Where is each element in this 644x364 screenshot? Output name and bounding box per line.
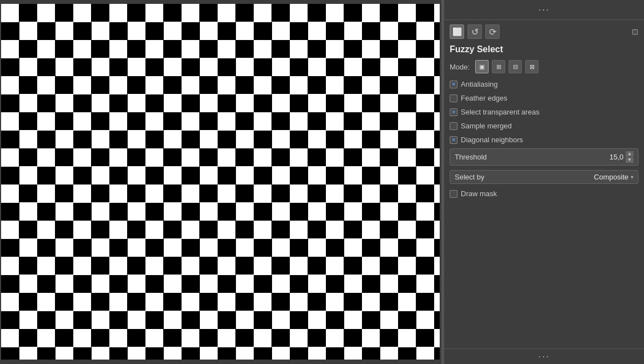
expand-icon[interactable]: ⊡	[632, 27, 638, 36]
tool-options-content: ⬜ ↺ ⟳ ⊡ Fuzzy Select Mode: ▣ ⊞ ⊟ ⊠ Antia…	[444, 20, 644, 348]
tool-options-panel: ··· ⬜ ↺ ⟳ ⊡ Fuzzy Select Mode: ▣ ⊞ ⊟ ⊠ A…	[444, 0, 644, 364]
tool-icon-select-fuzzy[interactable]: ↺	[467, 24, 482, 39]
bottom-toolbar: ···	[444, 348, 644, 364]
top-toolbar: ···	[444, 0, 644, 20]
threshold-label: Threshold	[455, 153, 610, 161]
checkbox-sample-merged: Sample merged	[450, 121, 638, 131]
mode-btn-replace[interactable]: ▣	[475, 60, 489, 73]
threshold-row: Threshold 15,0 ▲ ▼	[450, 148, 638, 166]
top-toolbar-dots: ···	[538, 4, 550, 16]
checkbox-sample-merged-box[interactable]	[450, 122, 457, 130]
select-by-label: Select by	[455, 173, 594, 181]
threshold-value: 15,0	[610, 153, 623, 161]
tool-icons-row: ⬜ ↺ ⟳ ⊡	[450, 24, 638, 39]
checkbox-diagonal-neighbors: Diagonal neighbors	[450, 134, 638, 145]
select-by-dropdown[interactable]: Composite ▾	[594, 173, 633, 181]
select-by-value: Composite	[594, 173, 628, 181]
checkbox-feather-edges-box[interactable]	[450, 94, 457, 102]
checkbox-select-transparent-box[interactable]	[450, 108, 457, 116]
threshold-decrement[interactable]: ▼	[626, 157, 633, 163]
checkbox-diagonal-neighbors-box[interactable]	[450, 136, 457, 144]
panel-title: Fuzzy Select	[450, 44, 638, 54]
checkbox-select-transparent: Select transparent areas	[450, 107, 638, 117]
checkbox-antialiasing-label: Antialiasing	[461, 80, 498, 88]
checkbox-antialiasing: Antialiasing	[450, 79, 638, 89]
checkerboard[interactable]	[1, 4, 440, 360]
tool-icon-select-path[interactable]: ⟳	[485, 24, 500, 39]
mode-btn-intersect[interactable]: ⊠	[525, 60, 539, 73]
mode-btn-subtract[interactable]: ⊟	[509, 60, 522, 73]
checkbox-sample-merged-label: Sample merged	[461, 122, 512, 130]
checkbox-draw-mask-label: Draw mask	[461, 190, 497, 198]
mode-label: Mode:	[450, 63, 470, 71]
checkbox-draw-mask-box[interactable]	[450, 190, 457, 198]
checkbox-feather-edges-label: Feather edges	[461, 94, 507, 102]
select-by-row[interactable]: Select by Composite ▾	[450, 170, 638, 184]
checkbox-select-transparent-label: Select transparent areas	[461, 108, 540, 116]
threshold-increment[interactable]: ▲	[626, 151, 633, 157]
checkbox-feather-edges: Feather edges	[450, 93, 638, 103]
mode-btn-add[interactable]: ⊞	[492, 60, 505, 73]
threshold-spinner[interactable]: ▲ ▼	[626, 151, 633, 163]
select-by-dropdown-arrow: ▾	[631, 174, 633, 180]
canvas-area	[0, 0, 441, 364]
tool-icon-select-rect[interactable]: ⬜	[450, 24, 464, 39]
checkbox-antialiasing-box[interactable]	[450, 81, 457, 88]
checkbox-diagonal-neighbors-label: Diagonal neighbors	[461, 136, 523, 144]
checkbox-draw-mask: Draw mask	[450, 188, 638, 199]
bottom-toolbar-dots: ···	[538, 351, 550, 362]
mode-row: Mode: ▣ ⊞ ⊟ ⊠	[450, 60, 638, 73]
